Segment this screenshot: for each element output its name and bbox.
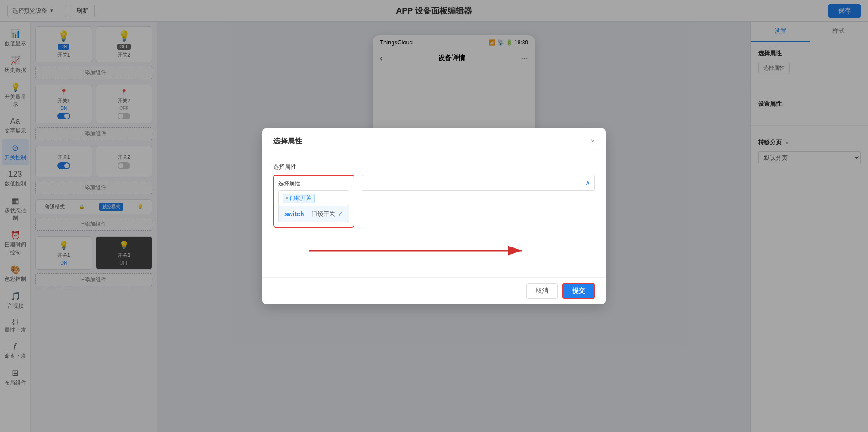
- check-icon: ✓: [338, 210, 343, 218]
- chevron-up-icon: ∧: [585, 179, 590, 186]
- dropdown-item-label: switch: [284, 210, 304, 218]
- modal-section-label: 选择属性: [273, 163, 595, 171]
- arrow-area: [273, 239, 595, 266]
- search-dropdown[interactable]: ∧: [362, 175, 595, 191]
- modal-close-button[interactable]: ×: [590, 137, 595, 146]
- modal-right-section: ∧: [362, 175, 595, 191]
- dropdown-list: switch 门锁开关 ✓: [278, 206, 349, 222]
- red-arrow-svg: [309, 239, 535, 262]
- modal-overlay[interactable]: 选择属性 × 选择属性 选择属性 门锁开关 |: [0, 0, 868, 432]
- selected-attr-tag: 门锁开关: [283, 194, 315, 203]
- submit-button[interactable]: 提交: [562, 283, 595, 299]
- modal-body: 选择属性 选择属性 门锁开关 | switch: [262, 152, 606, 277]
- cancel-button[interactable]: 取消: [526, 283, 558, 299]
- dropdown-item-right: 门锁开关 ✓: [311, 210, 343, 218]
- tag-dot: [286, 197, 288, 199]
- modal-footer: 取消 提交: [262, 277, 606, 304]
- tag-label: 门锁开关: [290, 195, 311, 202]
- dropdown-right-label: 门锁开关: [311, 210, 335, 218]
- modal-title: 选择属性: [273, 137, 302, 146]
- modal-content-row: 选择属性 门锁开关 | switch 门锁开关 ✓: [273, 175, 595, 235]
- attr-select-inner-label: 选择属性: [278, 180, 349, 188]
- attr-select-inner: 门锁开关 |: [278, 190, 349, 206]
- attr-select-box: 选择属性 门锁开关 | switch 门锁开关 ✓: [273, 175, 354, 228]
- cursor-indicator: |: [317, 195, 319, 201]
- modal-header: 选择属性 ×: [262, 128, 606, 152]
- modal-dialog: 选择属性 × 选择属性 选择属性 门锁开关 |: [262, 128, 606, 304]
- dropdown-item-switch[interactable]: switch 门锁开关 ✓: [279, 206, 349, 222]
